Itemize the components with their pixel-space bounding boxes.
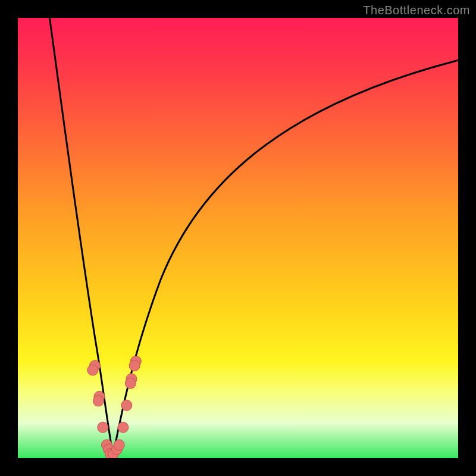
data-marker (118, 422, 129, 433)
plot-area (18, 18, 458, 458)
data-marker (125, 378, 136, 389)
data-marker (129, 361, 140, 371)
chart-frame: TheBottleneck.com (0, 0, 476, 476)
curve-group (49, 18, 458, 455)
bottleneck-curve-right (113, 60, 458, 455)
data-marker (98, 422, 108, 433)
marker-layer (87, 356, 142, 458)
data-marker (114, 440, 124, 450)
bottleneck-curve-left (49, 18, 113, 455)
data-marker (87, 365, 98, 375)
chart-svg (18, 18, 458, 458)
data-marker (93, 396, 104, 406)
watermark-text: TheBottleneck.com (363, 4, 470, 17)
data-marker (121, 400, 132, 411)
